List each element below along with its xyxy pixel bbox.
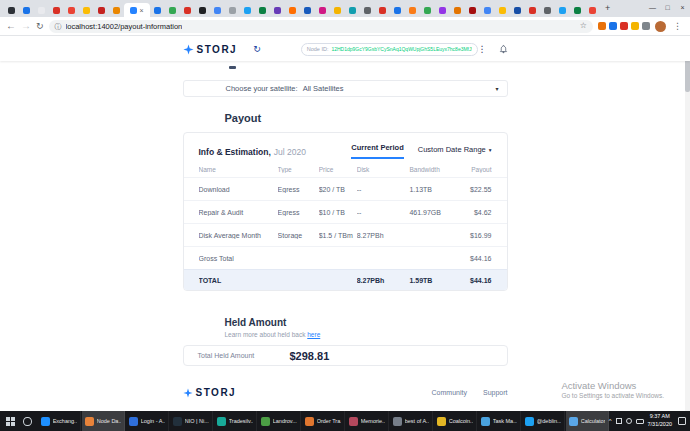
page-scrollbar[interactable] [685, 37, 690, 411]
tab-current-period[interactable]: Current Period [351, 143, 404, 159]
browser-tab[interactable] [330, 3, 345, 17]
new-tab-button[interactable]: + [605, 4, 610, 13]
maximize-button[interactable]: □ [660, 0, 675, 15]
browser-tab[interactable] [570, 3, 585, 17]
header-menu-icon[interactable]: ⋮ [478, 45, 487, 54]
browser-tab[interactable] [210, 3, 225, 17]
taskbar-item[interactable]: Memorie... [346, 411, 389, 431]
support-link[interactable]: Support [483, 389, 508, 396]
footer-brand-text: STORJ [196, 387, 237, 398]
browser-tab[interactable] [300, 3, 315, 17]
profile-avatar[interactable] [655, 21, 666, 32]
browser-tab[interactable] [4, 3, 19, 17]
tray-sound-icon[interactable] [626, 418, 632, 424]
community-link[interactable]: Community [432, 389, 467, 396]
browser-tab[interactable] [49, 3, 64, 17]
desktop-screen: × + — □ × ← → ↻ ⓘ localhost:14002/payout… [0, 0, 690, 431]
taskbar-item[interactable]: best of A... [390, 411, 433, 431]
browser-tab[interactable] [34, 3, 49, 17]
tab-favicon [334, 7, 341, 14]
reload-icon[interactable]: ↻ [36, 22, 44, 31]
action-center-icon[interactable] [678, 417, 686, 425]
site-info-icon[interactable]: ⓘ [55, 23, 62, 30]
tab-favicon [409, 7, 416, 14]
browser-tab[interactable] [540, 3, 555, 17]
extension-icon[interactable] [620, 22, 628, 30]
browser-tab[interactable] [585, 3, 600, 17]
taskbar-apps: Exchang...Node Da...Login - A...NIO | Ni… [38, 411, 609, 431]
notifications-bell-icon[interactable] [499, 44, 508, 54]
storj-star-icon [183, 44, 194, 55]
taskbar-item[interactable]: Node Da... [82, 411, 125, 431]
browser-tab[interactable] [109, 3, 124, 17]
taskbar-item[interactable]: Task Ma... [478, 411, 521, 431]
taskbar-item[interactable]: NIO | Ni... [170, 411, 213, 431]
browser-tab[interactable] [420, 3, 435, 17]
browser-tab[interactable] [64, 3, 79, 17]
browser-tab[interactable] [94, 3, 109, 17]
browser-tab[interactable] [240, 3, 255, 17]
tab-custom-date-range[interactable]: Custom Date Range▾ [418, 145, 492, 159]
taskbar-item[interactable]: @deblin... [522, 411, 565, 431]
back-icon[interactable]: ← [6, 21, 16, 31]
browser-tab[interactable] [510, 3, 525, 17]
browser-tab[interactable] [19, 3, 34, 17]
extension-icon[interactable] [642, 22, 650, 30]
browser-tab[interactable] [555, 3, 570, 17]
browser-tab[interactable] [495, 3, 510, 17]
taskbar-item[interactable]: Coalcoin... [434, 411, 477, 431]
browser-tab[interactable] [390, 3, 405, 17]
browser-tab[interactable] [180, 3, 195, 17]
taskbar-date: 7/31/2020 [648, 421, 672, 429]
table-total-row: TOTAL 8.27PBh 1.59TB $44.16 [184, 269, 507, 290]
forward-icon[interactable]: → [21, 21, 31, 31]
extension-icon[interactable] [631, 22, 639, 30]
browser-tab[interactable] [285, 3, 300, 17]
browser-tab[interactable] [375, 3, 390, 17]
taskbar-clock[interactable]: 9:37 AM 7/31/2020 [648, 413, 672, 429]
taskbar-item-icon [261, 417, 270, 426]
browser-tab[interactable] [195, 3, 210, 17]
taskbar-item[interactable]: Calculator [566, 411, 609, 431]
site-header: STORJ ↻ Node ID: 12HD1dp9GcY9GsbYCySnAq1… [0, 37, 690, 61]
tray-chevron-icon[interactable]: ^ [609, 418, 612, 424]
browser-menu-icon[interactable]: ⋮ [671, 21, 684, 31]
tray-network-icon[interactable] [616, 418, 622, 424]
browser-tab[interactable]: × [124, 3, 150, 17]
browser-tab[interactable] [465, 3, 480, 17]
refresh-icon[interactable]: ↻ [253, 45, 261, 54]
browser-tab[interactable] [525, 3, 540, 17]
start-button[interactable] [0, 411, 21, 431]
browser-tab[interactable] [255, 3, 270, 17]
taskbar-item[interactable]: Order Tra... [302, 411, 345, 431]
minimize-button[interactable]: — [645, 0, 660, 15]
browser-tab[interactable] [450, 3, 465, 17]
held-back-link[interactable]: here [307, 331, 320, 338]
taskbar-item[interactable]: Exchang... [38, 411, 81, 431]
browser-tab[interactable] [270, 3, 285, 17]
browser-tab[interactable] [315, 3, 330, 17]
browser-tab[interactable] [150, 3, 165, 17]
browser-tab[interactable] [435, 3, 450, 17]
browser-tab[interactable] [225, 3, 240, 17]
close-button[interactable]: × [675, 0, 690, 15]
browser-tab[interactable] [405, 3, 420, 17]
browser-tab[interactable] [480, 3, 495, 17]
extension-icon[interactable] [609, 22, 617, 30]
extension-icon[interactable] [598, 22, 606, 30]
tab-favicon [68, 7, 75, 14]
taskbar-item[interactable]: Landrov... [258, 411, 301, 431]
browser-tab[interactable] [165, 3, 180, 17]
browser-tab[interactable] [79, 3, 94, 17]
tab-close-icon[interactable]: × [139, 7, 143, 14]
taskbar-search-icon[interactable] [23, 417, 31, 426]
satellite-select[interactable]: Choose your satellite: All Satellites ▾ [183, 80, 508, 97]
address-bar[interactable]: ⓘ localhost:14002/payout-information ☆ [49, 20, 593, 33]
browser-tab[interactable] [345, 3, 360, 17]
taskbar-item[interactable]: Login - A... [126, 411, 169, 431]
browser-tab[interactable] [360, 3, 375, 17]
bookmark-star-icon[interactable]: ☆ [580, 22, 587, 30]
taskbar-item[interactable]: Tradesilv... [214, 411, 257, 431]
tray-battery-icon[interactable] [636, 419, 644, 424]
tab-favicon [529, 7, 536, 14]
